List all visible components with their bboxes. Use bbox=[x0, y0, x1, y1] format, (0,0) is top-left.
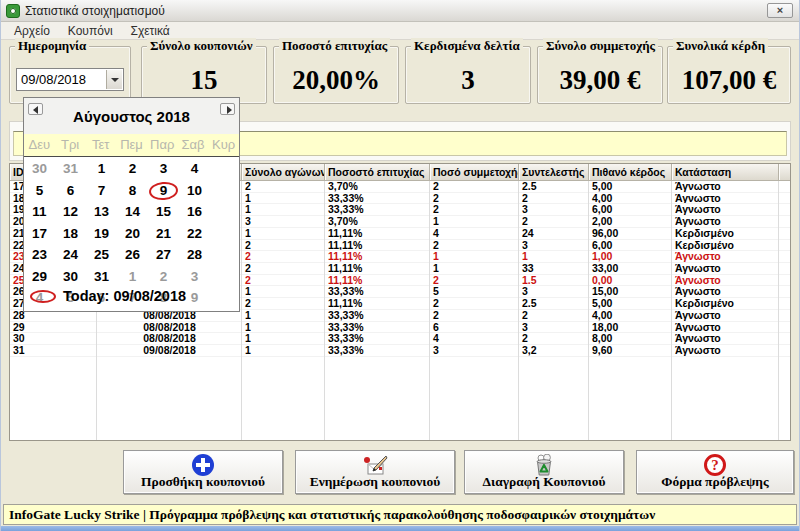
calendar-day[interactable]: 15 bbox=[148, 201, 179, 223]
calendar-day[interactable]: 6 bbox=[55, 180, 86, 202]
grid-line bbox=[324, 181, 325, 440]
table-row[interactable]: 2908/08/2018133,33%6318,00Άγνωστο bbox=[10, 322, 790, 334]
cell-status: Κερδισμένο bbox=[672, 298, 779, 309]
calendar-day[interactable]: 12 bbox=[55, 201, 86, 223]
cell-games: 2 bbox=[242, 275, 325, 286]
prediction-form-button[interactable]: ? Φόρμα πρόβλεψης bbox=[636, 450, 794, 494]
calendar-day[interactable]: 2 bbox=[148, 266, 179, 288]
cell-status: Άγνωστο bbox=[672, 275, 779, 286]
calendar-day[interactable]: 4 bbox=[179, 158, 210, 180]
column-header-odds[interactable]: Συντελεστής bbox=[519, 164, 589, 180]
calendar-day[interactable]: 22 bbox=[179, 223, 210, 245]
calendar-popup: Αύγουστος 2018 ΔευΤριΤετΠεμΠαρΣαβΚυρ 303… bbox=[23, 97, 240, 312]
column-header-stake[interactable]: Ποσό συμμετοχής bbox=[430, 164, 519, 180]
calendar-day[interactable]: 2 bbox=[117, 158, 148, 180]
calendar-day-name: Πεμ bbox=[116, 134, 147, 156]
cell-games: 1 bbox=[242, 345, 325, 356]
cell-id: 31 bbox=[10, 345, 97, 356]
calendar-day[interactable]: 16 bbox=[179, 201, 210, 223]
column-header-win[interactable]: Πιθανό κέρδος bbox=[589, 164, 672, 180]
calendar-day[interactable]: 7 bbox=[86, 180, 117, 202]
cell-win: 9,60 bbox=[589, 345, 672, 356]
arrow-left-icon[interactable] bbox=[28, 103, 43, 115]
date-picker[interactable]: 09/08/2018 bbox=[16, 68, 124, 91]
cell-success: 33,33% bbox=[325, 310, 430, 321]
cell-odds: 2 bbox=[519, 310, 589, 321]
cell-id: 29 bbox=[10, 322, 97, 333]
update-coupon-button[interactable]: Ενημέρωση κουπονιού bbox=[295, 450, 455, 494]
menu-coupon[interactable]: Κουπόνι bbox=[59, 23, 122, 39]
close-button[interactable]: × bbox=[767, 3, 793, 18]
cell-games: 1 bbox=[242, 228, 325, 239]
groupbox-won-slips: Κερδισμένα δελτία 3 bbox=[405, 46, 531, 104]
cell-stake: 1 bbox=[430, 263, 519, 274]
calendar-day[interactable]: 18 bbox=[55, 223, 86, 245]
arrow-right-icon[interactable] bbox=[220, 103, 235, 115]
cell-odds: 24 bbox=[519, 228, 589, 239]
cell-stake: 2 bbox=[430, 181, 519, 192]
total-profit-label: Συνολικά κέρδη bbox=[673, 38, 768, 54]
menu-file[interactable]: Αρχείο bbox=[5, 23, 59, 39]
cell-success: 11,11% bbox=[325, 240, 430, 251]
calendar-day-selected[interactable]: 9 bbox=[148, 180, 179, 202]
table-row[interactable]: 3008/08/2018133,33%428,00Άγνωστο bbox=[10, 333, 790, 345]
cell-status: Άγνωστο bbox=[672, 204, 779, 215]
cell-stake: 4 bbox=[430, 333, 519, 344]
column-header-spare bbox=[779, 164, 790, 180]
calendar-day[interactable]: 30 bbox=[24, 158, 55, 180]
calendar-day[interactable]: 5 bbox=[24, 180, 55, 202]
menu-about[interactable]: Σχετικά bbox=[122, 23, 179, 39]
cell-win: 4,00 bbox=[589, 193, 672, 204]
calendar-day[interactable]: 27 bbox=[148, 244, 179, 266]
calendar-day[interactable]: 24 bbox=[55, 244, 86, 266]
calendar-day[interactable]: 30 bbox=[55, 266, 86, 288]
add-coupon-button[interactable]: Προσθήκη κουπονιού bbox=[123, 450, 283, 494]
calendar-day[interactable]: 31 bbox=[55, 158, 86, 180]
status-bar: InfoGate Lucky Strike | Πρόγραμμα πρόβλε… bbox=[3, 504, 797, 525]
calendar-day[interactable]: 10 bbox=[179, 180, 210, 202]
column-header-status[interactable]: Κατάσταση bbox=[672, 164, 779, 180]
calendar-day[interactable]: 8 bbox=[117, 180, 148, 202]
delete-coupon-label: Διαγραφή Κουπονιού bbox=[465, 474, 623, 490]
calendar-day[interactable]: 14 bbox=[117, 201, 148, 223]
cell-status: Άγνωστο bbox=[672, 251, 779, 262]
cell-odds: 3 bbox=[519, 204, 589, 215]
calendar-day[interactable]: 23 bbox=[24, 244, 55, 266]
calendar-day[interactable]: 26 bbox=[117, 244, 148, 266]
groupbox-date-label: Ημερομηνία bbox=[15, 38, 89, 54]
chevron-down-icon[interactable] bbox=[106, 70, 122, 89]
calendar-day[interactable]: 3 bbox=[148, 158, 179, 180]
cell-stake: 2 bbox=[430, 298, 519, 309]
column-header-success[interactable]: Ποσοστό επιτυχίας bbox=[325, 164, 430, 180]
prediction-form-label: Φόρμα πρόβλεψης bbox=[637, 474, 793, 490]
cell-win: 8,00 bbox=[589, 333, 672, 344]
calendar-day[interactable]: 17 bbox=[24, 223, 55, 245]
column-header-games[interactable]: Σύνολο αγώνων bbox=[242, 164, 325, 180]
today-circle-icon bbox=[30, 290, 56, 303]
calendar-day[interactable]: 19 bbox=[86, 223, 117, 245]
cell-status: Άγνωστο bbox=[672, 181, 779, 192]
groupbox-success-rate: Ποσοστό επιτυχίας 20,00% bbox=[273, 46, 399, 104]
calendar-day[interactable]: 1 bbox=[86, 158, 117, 180]
calendar-day[interactable]: 11 bbox=[24, 201, 55, 223]
cell-status: Άγνωστο bbox=[672, 216, 779, 227]
cell-odds: 2.5 bbox=[519, 298, 589, 309]
calendar-day[interactable]: 1 bbox=[117, 266, 148, 288]
cell-odds: 3,2 bbox=[519, 345, 589, 356]
calendar-today-row[interactable]: Today: 09/08/2018 bbox=[30, 285, 237, 307]
groupbox-date: Ημερομηνία 09/08/2018 bbox=[9, 46, 131, 104]
calendar-day[interactable]: 3 bbox=[179, 266, 210, 288]
calendar-day[interactable]: 13 bbox=[86, 201, 117, 223]
calendar-day[interactable]: 20 bbox=[117, 223, 148, 245]
cell-date: 08/08/2018 bbox=[97, 333, 242, 344]
delete-coupon-button[interactable]: Διαγραφή Κουπονιού bbox=[464, 450, 624, 494]
window-bottom-border bbox=[1, 526, 800, 531]
calendar-day[interactable]: 21 bbox=[148, 223, 179, 245]
calendar-day[interactable]: 29 bbox=[24, 266, 55, 288]
calendar-day[interactable]: 25 bbox=[86, 244, 117, 266]
app-soccer-icon bbox=[6, 4, 20, 18]
calendar-day[interactable]: 28 bbox=[179, 244, 210, 266]
calendar-day[interactable]: 31 bbox=[86, 266, 117, 288]
table-row[interactable]: 3109/08/2018133,33%33,29,60Άγνωστο bbox=[10, 345, 790, 357]
cell-success: 33,33% bbox=[325, 193, 430, 204]
